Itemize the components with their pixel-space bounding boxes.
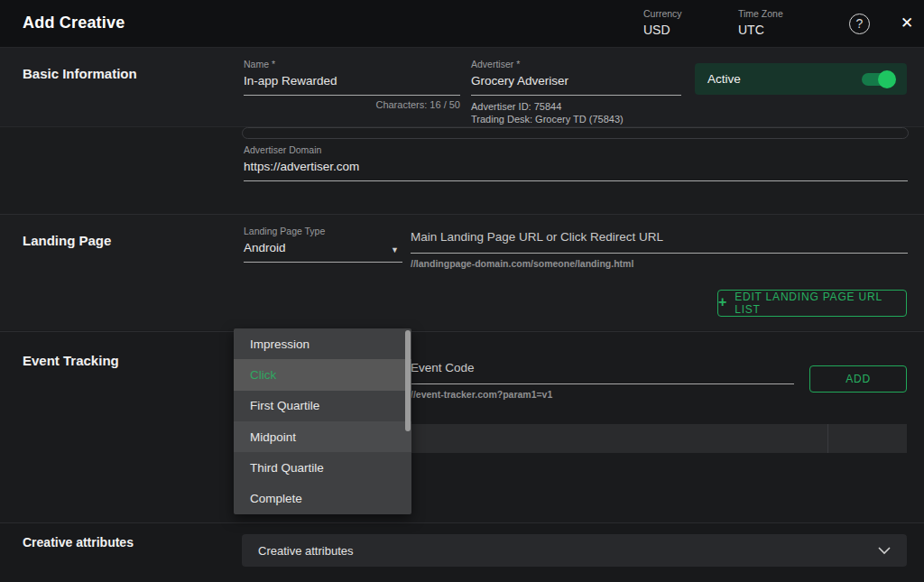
advertiser-domain-label: Advertiser Domain bbox=[244, 144, 908, 155]
advertiser-input[interactable]: Grocery Adveriser bbox=[471, 74, 681, 96]
event-code-input[interactable]: Event Code bbox=[411, 361, 794, 384]
timezone-value: UTC bbox=[738, 23, 783, 37]
advertiser-label: Advertiser * bbox=[471, 59, 681, 69]
timezone-display: Time Zone UTC bbox=[738, 8, 783, 37]
add-creative-dialog: Add Creative Currency USD Time Zone UTC … bbox=[0, 0, 924, 582]
name-label: Name * bbox=[244, 59, 460, 69]
dropdown-option-third-quartile[interactable]: Third Quartile bbox=[234, 452, 411, 483]
basic-information-heading: Basic Information bbox=[23, 66, 137, 81]
active-status-panel: Active bbox=[695, 63, 907, 95]
active-label: Active bbox=[707, 72, 741, 86]
name-input[interactable]: In-app Rewarded bbox=[244, 74, 460, 96]
name-field[interactable]: Name * In-app Rewarded Characters: 16 / … bbox=[244, 59, 460, 110]
advertiser-domain-field[interactable]: Advertiser Domain https://advertiser.com bbox=[244, 144, 908, 181]
main-landing-url-input[interactable]: Main Landing Page URL or Click Redirect … bbox=[411, 230, 908, 254]
table-header-main-cell bbox=[411, 424, 827, 453]
add-event-button[interactable]: ADD bbox=[809, 365, 907, 393]
timezone-label: Time Zone bbox=[738, 8, 783, 19]
help-icon[interactable]: ? bbox=[849, 14, 870, 34]
event-type-dropdown-menu: Impression Click First Quartile Midpoint… bbox=[234, 328, 411, 514]
table-header-actions-cell bbox=[827, 424, 907, 453]
landing-page-heading: Landing Page bbox=[23, 233, 111, 248]
select-dropdown-arrow-icon[interactable]: ▼ bbox=[391, 245, 399, 254]
currency-label: Currency bbox=[643, 8, 682, 19]
toggle-knob bbox=[878, 70, 896, 88]
chevron-down-icon bbox=[878, 542, 891, 559]
add-button-label: ADD bbox=[845, 373, 871, 385]
dropdown-option-complete[interactable]: Complete bbox=[234, 483, 411, 513]
name-character-counter: Characters: 16 / 50 bbox=[244, 99, 460, 110]
close-icon[interactable]: ✕ bbox=[897, 14, 917, 33]
currency-value: USD bbox=[643, 23, 682, 37]
dropdown-option-impression[interactable]: Impression bbox=[234, 328, 411, 359]
advertiser-domain-input[interactable]: https://advertiser.com bbox=[244, 160, 908, 181]
landing-page-type-value[interactable]: Android bbox=[244, 241, 402, 263]
currency-display: Currency USD bbox=[643, 8, 682, 37]
dropdown-option-midpoint[interactable]: Midpoint bbox=[234, 421, 411, 452]
plus-icon: + bbox=[718, 294, 727, 310]
dropdown-option-first-quartile[interactable]: First Quartile bbox=[234, 391, 411, 421]
edit-landing-page-url-list-label: EDIT LANDING PAGE URL LIST bbox=[735, 291, 906, 316]
trading-desk-text: Trading Desk: Grocery TD (75843) bbox=[471, 114, 681, 125]
dropdown-option-click[interactable]: Click bbox=[234, 359, 411, 390]
advertiser-field[interactable]: Advertiser * Grocery Adveriser Advertise… bbox=[471, 59, 681, 125]
creative-attributes-accordion[interactable]: Creative attributes bbox=[242, 534, 907, 567]
creative-attributes-heading: Creative attributes bbox=[23, 535, 134, 550]
main-landing-url-field[interactable]: Main Landing Page URL or Click Redirect … bbox=[411, 230, 908, 269]
event-code-hint: //event-tracker.com?param1=v1 bbox=[411, 389, 794, 400]
top-bar: Add Creative Currency USD Time Zone UTC … bbox=[0, 0, 924, 48]
edit-landing-page-url-list-button[interactable]: + EDIT LANDING PAGE URL LIST bbox=[717, 290, 907, 317]
landing-page-type-label: Landing Page Type bbox=[244, 226, 402, 236]
dropdown-scrollbar[interactable] bbox=[405, 330, 411, 431]
page-title: Add Creative bbox=[23, 14, 125, 32]
event-code-field[interactable]: Event Code //event-tracker.com?param1=v1 bbox=[411, 361, 794, 400]
advertiser-id-text: Advertiser ID: 75844 bbox=[471, 101, 681, 112]
event-tracking-heading: Event Tracking bbox=[23, 353, 119, 368]
landing-page-type-select[interactable]: Landing Page Type Android ▼ bbox=[244, 226, 402, 263]
collapsed-panel-outline bbox=[242, 127, 909, 139]
active-toggle[interactable] bbox=[862, 73, 894, 86]
event-tracking-table-header bbox=[411, 424, 907, 453]
main-landing-url-hint: //landingpage-domain.com/someone/landing… bbox=[411, 258, 908, 269]
creative-attributes-accordion-label: Creative attributes bbox=[258, 544, 354, 558]
